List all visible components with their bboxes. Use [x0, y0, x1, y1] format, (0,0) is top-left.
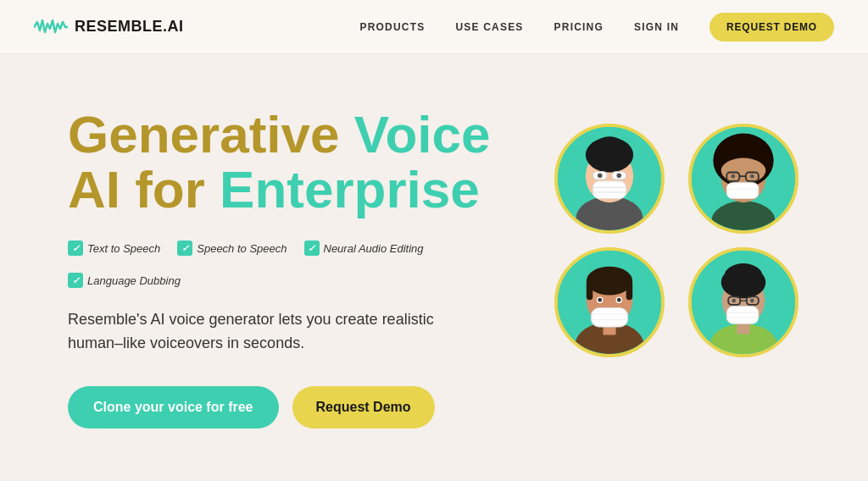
request-demo-button[interactable]: REQUEST DEMO: [709, 13, 834, 41]
avatar-3: [554, 247, 665, 357]
hero-content: Generative Voice AI for Enterprise ✓ Tex…: [68, 107, 512, 428]
feature-neural-audio-editing: ✓ Neural Audio Editing: [304, 240, 424, 256]
check-icon-sts: ✓: [177, 240, 192, 256]
svg-rect-30: [626, 281, 633, 301]
svg-point-28: [587, 267, 632, 296]
svg-rect-29: [587, 281, 593, 301]
demo-button[interactable]: Request Demo: [292, 386, 435, 428]
avatar-grid: [546, 115, 817, 366]
nav-pricing[interactable]: PRICING: [554, 21, 604, 33]
nav-use-cases[interactable]: USE CASES: [455, 21, 523, 33]
svg-point-7: [598, 173, 603, 178]
feature-speech-to-speech: ✓ Speech to Speech: [177, 240, 287, 256]
svg-point-43: [724, 263, 762, 289]
avatar-1: [554, 124, 665, 234]
feature-text-to-speech: ✓ Text to Speech: [68, 240, 160, 256]
svg-point-8: [616, 173, 621, 178]
title-word-ai-for: AI for: [68, 160, 220, 218]
avatars-section: [546, 115, 817, 420]
svg-point-21: [750, 174, 754, 179]
svg-point-48: [750, 299, 754, 303]
svg-rect-9: [593, 181, 626, 199]
nav-sign-in[interactable]: SIGN IN: [634, 21, 679, 33]
avatar-2: [688, 124, 798, 234]
svg-point-20: [731, 174, 735, 179]
feature-checks: ✓ Text to Speech ✓ Speech to Speech ✓ Ne…: [68, 240, 512, 288]
nav-products[interactable]: PRODUCTS: [359, 21, 425, 33]
svg-point-34: [617, 298, 621, 302]
svg-rect-22: [726, 183, 759, 199]
navbar: RESEMBLE.AI PRODUCTS USE CASES PRICING S…: [0, 0, 868, 54]
svg-rect-35: [591, 308, 627, 328]
avatar-4: [688, 247, 798, 357]
logo-wave-icon: [34, 17, 68, 37]
hero-title: Generative Voice AI for Enterprise: [68, 107, 512, 217]
title-word-generative: Generative: [68, 105, 354, 163]
svg-point-33: [598, 298, 602, 302]
title-word-enterprise: Enterprise: [220, 160, 480, 218]
clone-voice-button[interactable]: Clone your voice for free: [68, 386, 279, 428]
svg-point-47: [732, 299, 736, 303]
svg-point-4: [592, 136, 626, 165]
check-icon-ld: ✓: [68, 273, 83, 288]
title-word-voice: Voice: [354, 105, 491, 163]
check-icon-tts: ✓: [68, 240, 83, 256]
logo-text: RESEMBLE.AI: [75, 18, 184, 36]
svg-rect-49: [726, 307, 759, 324]
feature-language-dubbing: ✓ Language Dubbing: [68, 273, 181, 288]
check-icon-nae: ✓: [304, 240, 320, 256]
hero-description: Resemble's AI voice generator lets you c…: [68, 308, 458, 356]
hero-section: Generative Voice AI for Enterprise ✓ Tex…: [0, 54, 868, 481]
logo[interactable]: RESEMBLE.AI: [34, 17, 184, 37]
nav-links: PRODUCTS USE CASES PRICING SIGN IN REQUE…: [359, 13, 834, 41]
hero-buttons: Clone your voice for free Request Demo: [68, 386, 512, 428]
